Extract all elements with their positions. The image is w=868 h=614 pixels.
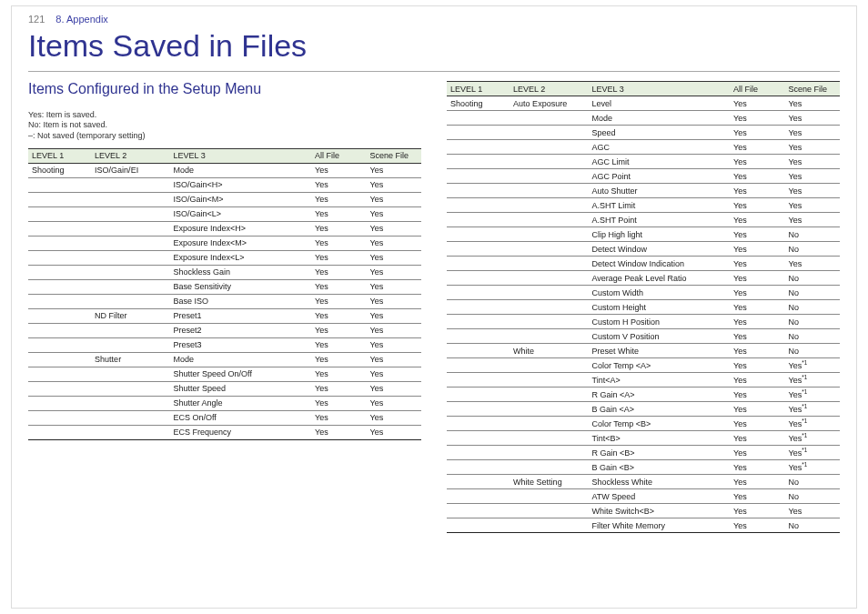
cell-allfile: Yes [730,489,784,504]
cell-scenefile: Yes [367,279,422,294]
table-row: Tint<B>YesYes*1 [447,431,840,446]
cell-scenefile: No [785,286,841,300]
cell-allfile: Yes [730,315,784,329]
cell-level2 [91,425,169,439]
cell-level1 [28,425,91,439]
cell-allfile: Yes [311,221,366,236]
cell-allfile: Yes [311,206,366,221]
cell-scenefile: Yes [785,504,841,518]
cell-level2: White Setting [510,475,588,489]
cell-level2 [510,140,588,155]
cell-scenefile: No [785,315,841,329]
cell-level2 [510,417,588,431]
table-header-row: LEVEL 1 LEVEL 2 LEVEL 3 All File Scene F… [447,82,840,96]
cell-scenefile: Yes [367,192,422,206]
cell-level3: Filter White Memory [589,518,731,533]
table-header-row: LEVEL 1 LEVEL 2 LEVEL 3 All File Scene F… [28,148,421,163]
table-row: Custom V PositionYesNo [447,329,840,344]
cell-level3: Detect Window Indication [589,257,731,271]
cell-level3: Shutter Angle [170,396,312,410]
cell-level3: Color Temp <A> [589,358,731,373]
cell-level2 [510,227,588,242]
cell-level1 [447,227,510,242]
cell-level2 [91,381,169,396]
cell-level3: Shockless Gain [170,265,312,279]
col-allfile: All File [730,82,784,96]
cell-level1 [28,265,91,279]
cell-allfile: Yes [730,402,784,417]
table-row: Shutter Speed On/OffYesYes [28,367,421,381]
cell-level1 [28,206,91,221]
cell-level3: Clip High light [589,227,731,242]
cell-level3: Base Sensitivity [170,279,312,294]
cell-level2 [510,126,588,140]
cell-level3: AGC [589,140,731,155]
cell-level2 [91,177,169,192]
col-scenefile: Scene File [367,148,422,163]
table-row: Preset2YesYes [28,323,421,337]
table-row: AGC LimitYesYes [447,155,840,169]
cell-level3: Preset White [589,344,731,358]
cell-scenefile: Yes [785,169,841,184]
cell-level1 [447,475,510,489]
cell-level3: ECS On/Off [170,410,312,425]
legend: Yes: Item is saved. No: Item is not save… [28,110,421,141]
cell-level2 [510,300,588,315]
cell-level3: Preset2 [170,323,312,337]
cell-level2: Auto Exposure [510,96,588,111]
table-row: ECS On/OffYesYes [28,410,421,425]
cell-scenefile: Yes [367,352,422,367]
cell-level3: Exposure Index<M> [170,236,312,250]
cell-level3: Custom V Position [589,329,731,344]
cell-level1 [447,271,510,286]
cell-scenefile: No [785,329,841,344]
col-level3: LEVEL 3 [589,82,731,96]
cell-level3: A.SHT Limit [589,198,731,213]
chapter-label: 8. Appendix [56,14,108,25]
cell-level2 [510,111,588,126]
cell-scenefile: Yes*1 [785,388,841,402]
cell-level1 [447,373,510,388]
footnote-star-icon: *1 [802,461,807,468]
cell-allfile: Yes [311,192,366,206]
cell-level1 [447,213,510,227]
legend-yes: Yes: Item is saved. [28,110,421,120]
cell-allfile: Yes [730,460,784,475]
cell-scenefile: No [785,227,841,242]
cell-level1 [28,337,91,352]
cell-level1 [28,308,91,323]
cell-scenefile: Yes [367,163,422,177]
table-row: Clip High lightYesNo [447,227,840,242]
cell-level3: Shutter Speed [170,381,312,396]
cell-level2 [91,410,169,425]
cell-allfile: Yes [311,308,366,323]
table-row: Base SensitivityYesYes [28,279,421,294]
table-row: ShutterModeYesYes [28,352,421,367]
cell-level3: ECS Frequency [170,425,312,439]
right-column: LEVEL 1 LEVEL 2 LEVEL 3 All File Scene F… [447,81,840,533]
cell-scenefile: No [785,300,841,315]
cell-level1 [447,344,510,358]
legend-dash: –: Not saved (temporary setting) [28,131,421,141]
cell-allfile: Yes [730,373,784,388]
table-row: ISO/Gain<L>YesYes [28,206,421,221]
cell-level3: Speed [589,126,731,140]
page-number: 121 [28,14,45,25]
table-row: Average Peak Level RatioYesNo [447,271,840,286]
table-row: Shutter SpeedYesYes [28,381,421,396]
cell-level2 [510,402,588,417]
table-row: ATW SpeedYesNo [447,489,840,504]
page-title: Items Saved in Files [28,28,840,64]
cell-level1 [447,518,510,533]
table-row: Custom HeightYesNo [447,300,840,315]
table-row: Shutter AngleYesYes [28,396,421,410]
cell-level2 [510,242,588,257]
cell-level1 [28,396,91,410]
cell-scenefile: No [785,518,841,533]
cell-allfile: Yes [730,518,784,533]
cell-allfile: Yes [311,236,366,250]
cell-level2 [91,236,169,250]
cell-allfile: Yes [311,381,366,396]
cell-allfile: Yes [311,177,366,192]
cell-level1 [447,315,510,329]
